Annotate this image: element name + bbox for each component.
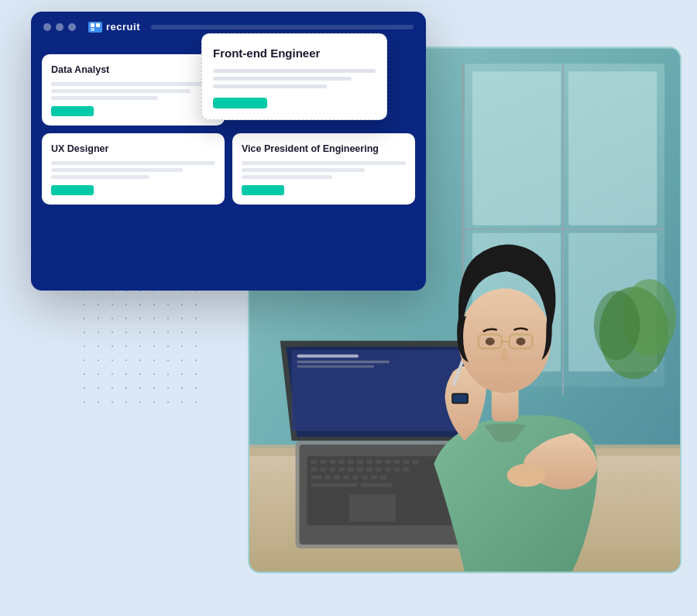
svg-rect-33 [348, 468, 354, 472]
card-line-full [242, 161, 406, 165]
job-card-title: UX Designer [51, 143, 215, 154]
card-line-medium [51, 168, 183, 172]
svg-rect-44 [352, 475, 359, 479]
job-card-title: Vice President of Engineering [242, 143, 406, 154]
svg-rect-74 [96, 23, 100, 27]
svg-rect-25 [385, 460, 391, 464]
card-line-medium [51, 89, 191, 93]
svg-rect-22 [357, 460, 363, 464]
svg-rect-32 [338, 468, 345, 472]
svg-rect-23 [366, 460, 373, 464]
svg-rect-39 [403, 468, 410, 472]
window-dot-3 [68, 23, 76, 31]
window-dot-2 [56, 23, 64, 31]
svg-rect-43 [343, 475, 349, 479]
card-lines [51, 161, 215, 179]
card-line-full [51, 161, 215, 165]
card-badge-active [242, 185, 284, 195]
window-dot-1 [43, 23, 51, 31]
card-line-full [51, 82, 215, 86]
svg-rect-19 [329, 460, 335, 464]
svg-rect-2 [472, 71, 561, 225]
svg-rect-55 [297, 361, 390, 363]
svg-rect-38 [394, 468, 400, 472]
svg-rect-26 [394, 460, 400, 464]
card-badge-active [51, 185, 94, 195]
svg-rect-34 [357, 468, 363, 472]
svg-rect-17 [311, 460, 317, 464]
svg-rect-49 [361, 483, 392, 487]
logo-progress-bar [151, 25, 414, 29]
svg-rect-41 [324, 475, 331, 479]
card-line-short [51, 175, 149, 179]
job-card-ux-designer[interactable]: UX Designer [42, 133, 225, 205]
feat-line-short [213, 84, 327, 88]
svg-rect-54 [297, 355, 359, 358]
svg-rect-37 [385, 468, 391, 472]
svg-point-69 [486, 338, 495, 346]
svg-rect-73 [91, 23, 94, 27]
logo-text: recruit [106, 21, 140, 33]
svg-point-62 [507, 464, 546, 487]
card-line-short [51, 96, 158, 100]
svg-rect-20 [338, 460, 345, 464]
svg-rect-45 [362, 475, 368, 479]
svg-rect-36 [376, 468, 382, 472]
svg-rect-31 [329, 468, 335, 472]
svg-rect-50 [349, 494, 396, 521]
app-window: recruit Data Analyst UX Designer [31, 12, 426, 291]
svg-rect-75 [91, 28, 94, 31]
feat-badge-active [213, 98, 267, 108]
svg-rect-18 [320, 460, 326, 464]
svg-rect-35 [366, 468, 373, 472]
svg-rect-3 [568, 71, 657, 225]
svg-rect-72 [453, 394, 467, 402]
svg-rect-56 [297, 365, 374, 367]
job-card-title: Data Analyst [51, 64, 215, 75]
svg-rect-47 [380, 475, 386, 479]
logo-icon [88, 22, 102, 33]
svg-rect-40 [311, 475, 321, 479]
svg-rect-28 [412, 460, 418, 464]
featured-card-frontend[interactable]: Front-end Engineer [201, 33, 387, 120]
svg-point-70 [517, 338, 526, 346]
feat-line-medium [213, 77, 352, 81]
svg-rect-46 [371, 475, 377, 479]
card-lines [242, 161, 406, 179]
job-card-vp-engineering[interactable]: Vice President of Engineering [232, 133, 415, 205]
logo-area: recruit [88, 21, 140, 33]
card-line-medium [242, 168, 365, 172]
svg-rect-24 [376, 460, 382, 464]
feat-line-full [213, 69, 376, 73]
featured-card-title: Front-end Engineer [213, 46, 376, 60]
svg-rect-27 [403, 460, 410, 464]
svg-rect-48 [311, 483, 357, 487]
svg-rect-21 [348, 460, 354, 464]
svg-rect-30 [320, 468, 326, 472]
card-line-short [242, 175, 332, 179]
job-card-data-analyst[interactable]: Data Analyst [42, 54, 225, 126]
svg-rect-29 [311, 468, 317, 472]
card-badge-active [51, 106, 94, 116]
svg-point-11 [594, 291, 640, 360]
svg-rect-42 [334, 475, 340, 479]
card-lines [51, 82, 215, 100]
